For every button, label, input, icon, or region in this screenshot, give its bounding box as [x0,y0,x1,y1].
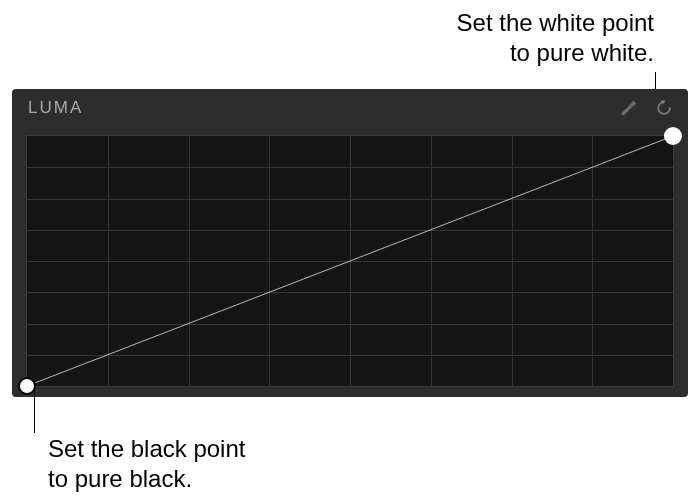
reset-icon[interactable] [654,98,674,118]
annotation-text: to pure white. [457,38,654,68]
leader-line-black [34,389,35,433]
header-icon-group [618,97,674,119]
eyedropper-icon[interactable] [618,97,640,119]
curve-editor[interactable] [26,135,674,387]
svg-line-0 [27,136,673,386]
panel-header: LUMA [12,89,688,127]
curve-line [27,136,673,386]
annotation-text: to pure black. [48,464,245,494]
white-point-handle[interactable] [664,127,682,145]
annotation-white-point: Set the white point to pure white. [457,8,654,68]
annotation-text: Set the white point [457,8,654,38]
annotation-black-point: Set the black point to pure black. [48,434,245,494]
annotation-text: Set the black point [48,434,245,464]
panel-title: LUMA [28,98,83,118]
luma-panel: LUMA [12,89,688,397]
